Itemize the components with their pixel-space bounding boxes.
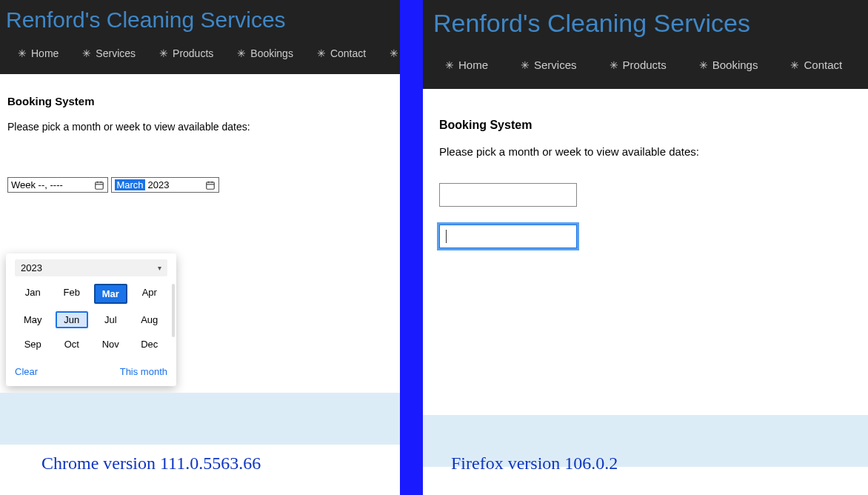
nav-services[interactable]: ✳Services [504,51,593,79]
month-cell-mar[interactable]: Mar [94,284,127,304]
nav-products[interactable]: ✳Products [147,43,225,64]
asterisk-icon: ✳ [699,59,708,71]
content-area: Booking System Please pick a month or we… [0,74,400,206]
nav-products[interactable]: ✳Products [593,51,683,79]
nav-label: Home [31,47,59,59]
prompt-text: Please pick a month or week to view avai… [439,145,852,158]
brand-title: Renford's Cleaning Services [6,0,394,43]
nav-label: Products [623,59,667,71]
asterisk-icon: ✳ [790,59,799,71]
month-cell-nov[interactable]: Nov [94,336,127,353]
nav-label: Services [96,47,136,59]
asterisk-icon: ✳ [390,47,398,59]
text-caret [446,230,447,243]
browser-caption: Firefox version 106.0.2 [451,454,618,474]
footer-band [0,393,400,445]
nav-truncated[interactable]: ✳A [378,43,400,64]
month-cell-jul[interactable]: Jul [94,311,127,328]
picker-clear-button[interactable]: Clear [15,366,38,377]
month-cell-aug[interactable]: Aug [133,311,167,328]
week-input[interactable] [439,183,577,207]
picker-month-grid: Jan Feb Mar Apr May Jun Jul Aug Sep Oct … [15,281,167,356]
brand-title: Renford's Cleaning Services [429,0,862,51]
asterisk-icon: ✳ [159,47,168,59]
month-input-selected: March [115,179,144,190]
month-picker-popup: 2023 ▾ Jan Feb Mar Apr May Jun Jul Aug S… [6,253,176,386]
picker-year-row[interactable]: 2023 ▾ [15,259,167,276]
nav-label: Home [458,59,488,71]
nav-bookings[interactable]: ✳Bookings [225,43,305,64]
asterisk-icon: ✳ [521,59,530,71]
prompt-text: Please pick a month or week to view avai… [7,121,393,133]
asterisk-icon: ✳ [445,59,454,71]
nav-label: Bookings [250,47,293,59]
month-cell-dec[interactable]: Dec [133,336,167,353]
nav-label: Contact [330,47,366,59]
chrome-pane: Renford's Cleaning Services ✳Home ✳Servi… [0,0,400,495]
navbar: ✳Home ✳Services ✳Products ✳Bookings ✳Con… [429,51,862,89]
month-cell-oct[interactable]: Oct [56,336,89,353]
nav-contact[interactable]: ✳Contact [305,43,378,64]
month-input[interactable]: March 2023 [111,177,219,193]
nav-home[interactable]: ✳Home [6,43,70,64]
week-input[interactable]: Week --, ---- [7,177,108,193]
month-cell-may[interactable]: May [16,311,50,328]
nav-home[interactable]: ✳Home [429,51,504,79]
month-cell-jan[interactable]: Jan [16,284,50,304]
section-title: Booking System [439,119,852,132]
month-input[interactable] [439,225,577,248]
nav-label: Contact [804,59,842,71]
nav-label: Products [173,47,213,59]
nav-contact[interactable]: ✳Contact [774,51,858,79]
navbar: ✳Home ✳Services ✳Products ✳Bookings ✳Con… [6,43,394,74]
picker-footer: Clear This month [15,366,167,377]
asterisk-icon: ✳ [317,47,326,59]
browser-caption: Chrome version 111.0.5563.66 [41,454,261,474]
content-area: Booking System Please pick a month or we… [423,89,868,288]
section-title: Booking System [7,95,393,107]
firefox-pane: Renford's Cleaning Services ✳Home ✳Servi… [423,0,868,495]
picker-this-month-button[interactable]: This month [120,366,167,377]
picker-year-label: 2023 [21,262,42,273]
nav-label: Bookings [712,59,758,71]
month-cell-feb[interactable]: Feb [56,284,89,304]
month-cell-sep[interactable]: Sep [16,336,50,353]
nav-bookings[interactable]: ✳Bookings [683,51,775,79]
month-input-year: 2023 [148,179,170,190]
calendar-icon[interactable] [205,180,216,190]
header: Renford's Cleaning Services ✳Home ✳Servi… [423,0,868,89]
asterisk-icon: ✳ [82,47,91,59]
week-input-value: Week --, ---- [11,179,63,190]
asterisk-icon: ✳ [237,47,246,59]
vertical-divider [400,0,423,495]
asterisk-icon: ✳ [610,59,618,71]
header: Renford's Cleaning Services ✳Home ✳Servi… [0,0,400,74]
month-cell-jun[interactable]: Jun [56,311,89,328]
nav-label: Services [534,59,577,71]
calendar-icon[interactable] [94,180,104,190]
scrollbar[interactable] [172,284,175,337]
month-cell-apr[interactable]: Apr [133,284,167,304]
nav-services[interactable]: ✳Services [70,43,147,64]
svg-rect-0 [96,182,104,188]
svg-rect-4 [207,182,215,188]
chevron-down-icon: ▾ [158,264,161,272]
asterisk-icon: ✳ [18,47,27,59]
